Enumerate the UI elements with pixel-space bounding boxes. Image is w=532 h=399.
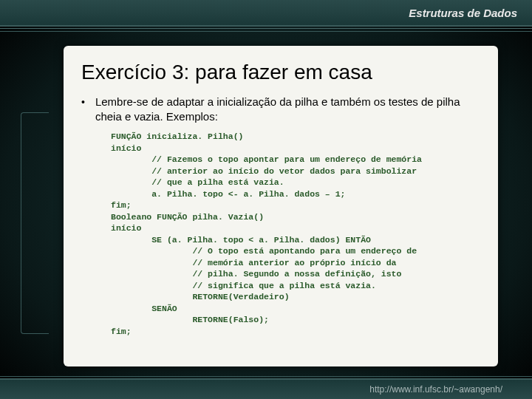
footer-url: http://www.inf.ufsc.br/~awangenh/ xyxy=(369,384,502,395)
header-title: Estruturas de Dados xyxy=(409,7,517,19)
footer-divider xyxy=(0,376,532,377)
code-block: FUNÇÃO inicializa. Pilha() início // Faz… xyxy=(111,131,480,337)
header-divider-1 xyxy=(0,28,532,29)
bullet-row: • Lembre-se de adaptar a inicialização d… xyxy=(81,95,480,123)
bullet-marker: • xyxy=(81,96,85,108)
footer-bar: http://www.inf.ufsc.br/~awangenh/ xyxy=(0,378,532,399)
slide-title: Exercício 3: para fazer em casa xyxy=(81,61,480,84)
bullet-text: Lembre-se de adaptar a inicialização da … xyxy=(95,95,480,123)
header-divider-2 xyxy=(0,31,532,32)
side-decoration xyxy=(21,112,49,334)
header-bar: Estruturas de Dados xyxy=(0,0,532,27)
slide-content: Exercício 3: para fazer em casa • Lembre… xyxy=(64,46,498,366)
